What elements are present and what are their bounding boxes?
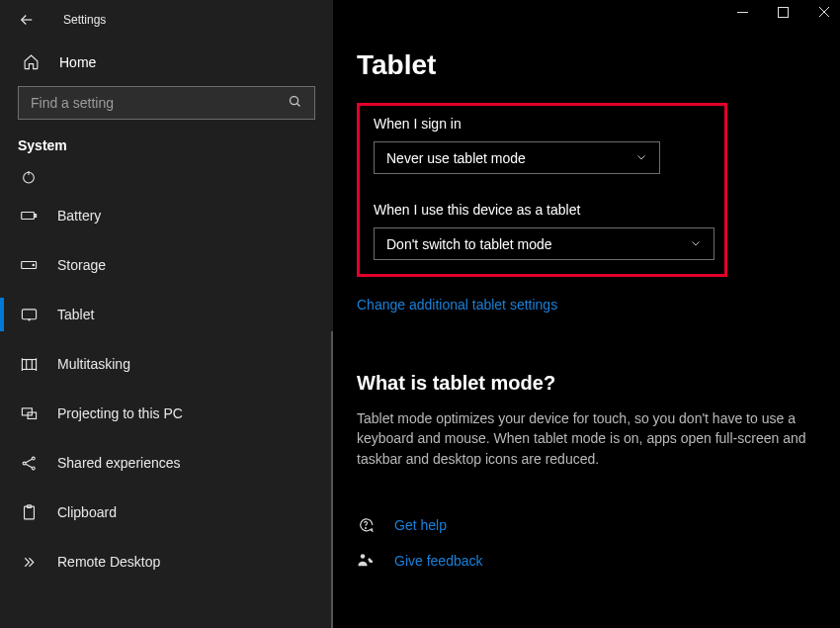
svg-point-5	[33, 264, 34, 265]
description-text: Tablet mode optimizes your device for to…	[357, 408, 816, 469]
nav-label: Remote Desktop	[57, 554, 160, 570]
chevron-down-icon	[635, 150, 647, 166]
sidebar-item-shared-experiences[interactable]: Shared experiences	[0, 438, 333, 488]
page-title: Tablet	[357, 49, 816, 81]
nav-list: Power & sleep Battery Storage Tablet Mul	[0, 163, 333, 586]
svg-point-12	[32, 457, 35, 460]
svg-rect-2	[21, 212, 34, 219]
storage-icon	[20, 259, 38, 271]
nav-label: Tablet	[57, 307, 94, 322]
subheading: What is tablet mode?	[357, 372, 816, 395]
window-controls	[737, 6, 830, 21]
svg-point-7	[28, 318, 29, 319]
nav-label: Projecting to this PC	[57, 405, 183, 421]
dropdown-value: Don't switch to tablet mode	[386, 236, 552, 252]
close-button[interactable]	[818, 6, 830, 21]
sidebar-item-battery[interactable]: Battery	[0, 191, 333, 240]
nav-label: Clipboard	[57, 504, 117, 520]
signin-dropdown[interactable]: Never use tablet mode	[374, 141, 660, 174]
svg-rect-9	[22, 407, 32, 414]
main-panel: Tablet When I sign in Never use tablet m…	[333, 0, 840, 628]
section-heading: System	[0, 120, 333, 161]
feedback-row: Give feedback	[357, 552, 816, 570]
device-tablet-label: When I use this device as a tablet	[374, 202, 711, 218]
nav-label: Battery	[57, 208, 101, 224]
svg-point-0	[291, 96, 298, 104]
device-tablet-dropdown[interactable]: Don't switch to tablet mode	[374, 227, 714, 260]
clipboard-icon	[20, 504, 38, 521]
nav-label: Multitasking	[57, 356, 130, 372]
chevron-down-icon	[690, 236, 702, 252]
window-title: Settings	[63, 13, 106, 27]
sidebar-item-remote-desktop[interactable]: Remote Desktop	[0, 537, 333, 586]
sidebar-item-power-sleep[interactable]: Power & sleep	[0, 163, 333, 191]
svg-point-13	[32, 467, 35, 470]
svg-rect-6	[22, 309, 36, 318]
get-help-link[interactable]: Get help	[394, 517, 447, 533]
remote-icon	[20, 554, 38, 571]
power-icon	[20, 169, 38, 185]
signin-label: When I sign in	[374, 116, 711, 132]
battery-icon	[20, 210, 38, 222]
dropdown-value: Never use tablet mode	[386, 150, 526, 166]
maximize-button[interactable]	[778, 7, 789, 21]
sidebar-item-storage[interactable]: Storage	[0, 240, 333, 290]
svg-rect-16	[779, 7, 789, 17]
feedback-icon	[357, 552, 377, 570]
additional-settings-link[interactable]: Change additional tablet settings	[357, 297, 816, 313]
svg-point-18	[361, 554, 366, 559]
get-help-row: Get help	[357, 516, 816, 534]
search-icon	[288, 94, 302, 113]
nav-label: Storage	[57, 257, 106, 273]
sidebar: Settings Home System Power & sleep B	[0, 0, 333, 628]
home-label: Home	[59, 54, 96, 70]
give-feedback-link[interactable]: Give feedback	[394, 553, 483, 569]
sidebar-item-tablet[interactable]: Tablet	[0, 290, 333, 339]
search-field[interactable]	[31, 95, 288, 111]
nav-label: Shared experiences	[57, 455, 181, 471]
home-icon	[22, 53, 40, 70]
svg-point-11	[23, 462, 26, 465]
svg-rect-8	[22, 359, 36, 369]
back-icon[interactable]	[18, 11, 36, 29]
share-icon	[20, 455, 38, 472]
sidebar-item-multitasking[interactable]: Multitasking	[0, 339, 333, 389]
help-icon	[357, 516, 377, 534]
sidebar-item-clipboard[interactable]: Clipboard	[0, 488, 333, 537]
multitasking-icon	[20, 357, 38, 372]
svg-point-17	[366, 527, 367, 528]
search-input[interactable]	[18, 86, 315, 120]
project-icon	[20, 406, 38, 421]
tablet-icon	[20, 308, 38, 322]
titlebar: Settings	[0, 0, 333, 40]
svg-rect-3	[35, 215, 36, 218]
home-link[interactable]: Home	[0, 40, 333, 84]
sidebar-item-projecting[interactable]: Projecting to this PC	[0, 389, 333, 438]
minimize-button[interactable]	[737, 7, 748, 21]
highlight-box: When I sign in Never use tablet mode Whe…	[357, 103, 727, 277]
